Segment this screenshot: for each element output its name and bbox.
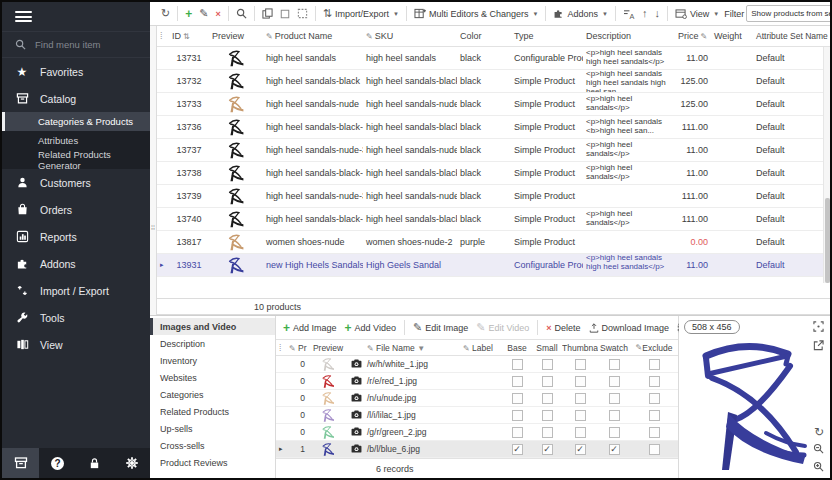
checkbox-swatch[interactable]	[609, 410, 620, 421]
sort-az-button[interactable]: A	[620, 7, 638, 21]
image-row-lilac_1.jpg[interactable]: 0/l/i/lilac_1.jpg	[276, 407, 678, 424]
checkbox-base[interactable]	[512, 427, 523, 438]
product-row-13737[interactable]: 13737high heel sandals-nude-36high heel …	[157, 139, 830, 162]
multi-editors-button[interactable]: Multi Editors & Changers▼	[411, 6, 542, 21]
product-row-13732[interactable]: 13732high heel sandals-blackhigh heel sa…	[157, 70, 830, 93]
checkbox-swatch[interactable]	[609, 393, 620, 404]
addons-button[interactable]: Addons▼	[550, 6, 610, 21]
tab-up-sells[interactable]: Up-sells	[150, 420, 275, 437]
tab-description[interactable]: Description	[150, 335, 275, 352]
product-row-13740[interactable]: 13740high heel sandals-black-38high heel…	[157, 208, 830, 231]
column-header-preview[interactable]: Preview	[209, 31, 263, 41]
column-header-swatch[interactable]: Swatch	[598, 343, 630, 353]
checkbox-swatch[interactable]	[609, 427, 620, 438]
sidebar-item-related-products-generator[interactable]: Related Products Generator	[2, 150, 150, 169]
view-button[interactable]: View▼	[672, 7, 722, 21]
column-header-id[interactable]: ID ⇅	[169, 31, 209, 41]
image-row-green_2.jpg[interactable]: 0/g/r/green_2.jpg	[276, 424, 678, 441]
checkbox-small[interactable]	[542, 427, 553, 438]
hamburger-menu-button[interactable]	[2, 2, 150, 31]
checkbox-thumbna[interactable]	[575, 393, 586, 404]
column-header-price[interactable]: Price✎	[675, 31, 711, 41]
checkbox-base[interactable]	[512, 376, 523, 387]
checkbox-exclude[interactable]	[649, 393, 660, 404]
column-header-pr[interactable]: ✎ Pr	[286, 343, 308, 353]
sidebar-item-attributes[interactable]: Attributes	[2, 131, 150, 150]
tab-categories[interactable]: Categories	[150, 386, 275, 403]
settings-button[interactable]	[113, 448, 150, 478]
checkbox-thumbna[interactable]: ✓	[575, 444, 586, 455]
help-button[interactable]: ?	[39, 448, 76, 478]
image-row-blue_6.jpg[interactable]: ▸1/b/l/blue_6.jpg✓✓✓✓	[276, 441, 678, 458]
tab-websites[interactable]: Websites	[150, 369, 275, 386]
sidebar-item-categories-products[interactable]: Categories & Products	[2, 112, 150, 131]
checkbox-small[interactable]: ✓	[542, 444, 553, 455]
column-header-color[interactable]: Color	[457, 31, 511, 41]
checkbox-exclude[interactable]	[649, 444, 660, 455]
checkbox-small[interactable]	[542, 359, 553, 370]
product-row-13731[interactable]: 13731high heel sandalshigh heel sandalsb…	[157, 47, 830, 70]
sidebar-item-orders[interactable]: Orders	[2, 196, 150, 223]
select-all-button[interactable]	[294, 6, 311, 21]
checkbox-swatch[interactable]	[609, 359, 620, 370]
checkbox-exclude[interactable]	[649, 410, 660, 421]
image-row-nude.jpg[interactable]: 0/n/u/nude.jpg	[276, 390, 678, 407]
column-header-type[interactable]: Type	[511, 31, 583, 41]
categories-splitter[interactable]: ⁞⁞	[150, 26, 157, 315]
checkbox-small[interactable]	[542, 410, 553, 421]
checkbox-thumbna[interactable]	[575, 376, 586, 387]
product-row-13817[interactable]: 13817women shoes-nudewomen shoes-nude-2p…	[157, 231, 830, 254]
menu-search-input[interactable]: Find menu item	[2, 31, 150, 58]
add-product-button[interactable]: +	[182, 5, 195, 23]
column-header-weight[interactable]: Weight	[711, 31, 753, 41]
download-image-button[interactable]: Download Image	[586, 321, 673, 335]
column-header-base[interactable]: Base	[502, 343, 532, 353]
checkbox-thumbna[interactable]	[575, 410, 586, 421]
checkbox-exclude[interactable]	[649, 427, 660, 438]
tab-inventory[interactable]: Inventory	[150, 352, 275, 369]
category-filter-select[interactable]: Show products from selected categories ▼	[746, 5, 832, 22]
column-header-select[interactable]: ⁞	[157, 31, 169, 41]
products-scrollbar[interactable]	[823, 47, 830, 283]
product-row-13931[interactable]: ▸13931new High Heels SandalsHigh Geels S…	[157, 254, 830, 277]
column-header-attribute-set-name[interactable]: Attribute Set Name	[753, 31, 830, 41]
column-header-exclude[interactable]: ✎ Exclude	[630, 343, 678, 353]
tab-images-and-video[interactable]: Images and Video	[150, 318, 275, 335]
image-row-red_1.jpg[interactable]: 0/r/e/red_1.jpg	[276, 373, 678, 390]
product-row-13739[interactable]: 13739high heel sandals-nude-37high heel …	[157, 185, 830, 208]
import-export-button[interactable]: ⇅ Import/Export▼	[320, 6, 402, 21]
edit-video-button[interactable]: ✎Edit Video	[473, 320, 532, 335]
sidebar-item-import-export[interactable]: Import / Export	[2, 277, 150, 304]
sidebar-item-reports[interactable]: Reports	[2, 223, 150, 250]
column-header-file-name[interactable]: ✎ File Name ▼	[364, 343, 460, 353]
column-header-preview[interactable]: Preview	[308, 343, 348, 353]
delete-image-button[interactable]: ×Delete	[543, 321, 583, 335]
checkbox-exclude[interactable]	[649, 376, 660, 387]
delete-product-button[interactable]: ×	[212, 7, 223, 21]
checkbox-exclude[interactable]	[649, 359, 660, 370]
column-header-sel[interactable]: ⁞	[276, 343, 286, 353]
duplicate-button[interactable]	[259, 6, 276, 21]
checkbox-small[interactable]	[542, 376, 553, 387]
checkbox-base[interactable]	[512, 359, 523, 370]
tab-cross-sells[interactable]: Cross-sells	[150, 437, 275, 454]
store-switcher-button[interactable]	[2, 448, 39, 478]
checkbox-base[interactable]	[512, 393, 523, 404]
move-down-button[interactable]: ↓	[651, 6, 663, 21]
search-products-button[interactable]	[233, 6, 250, 21]
product-row-13736[interactable]: 13736high heel sandals-black-36high heel…	[157, 116, 830, 139]
add-image-button[interactable]: +Add Image	[280, 319, 340, 337]
product-row-13733[interactable]: 13733high heel sandals-nudehigh heel san…	[157, 93, 830, 116]
image-row-white_1.jpg[interactable]: 0/w/h/white_1.jpg	[276, 356, 678, 373]
fit-screen-button[interactable]	[813, 321, 824, 334]
column-header-sku[interactable]: ✎ SKU	[363, 31, 457, 41]
checkbox-mode-button[interactable]	[277, 7, 293, 21]
tab-product-reviews[interactable]: Product Reviews	[150, 454, 275, 471]
checkbox-thumbna[interactable]	[575, 359, 586, 370]
sidebar-item-catalog[interactable]: Catalog	[2, 85, 150, 112]
checkbox-small[interactable]	[542, 393, 553, 404]
move-up-button[interactable]: ↑	[639, 6, 651, 21]
edit-product-button[interactable]: ✎	[196, 6, 211, 21]
product-row-13738[interactable]: 13738high heel sandals-black-37high heel…	[157, 162, 830, 185]
column-header-label[interactable]: ✎ Label	[460, 343, 502, 353]
